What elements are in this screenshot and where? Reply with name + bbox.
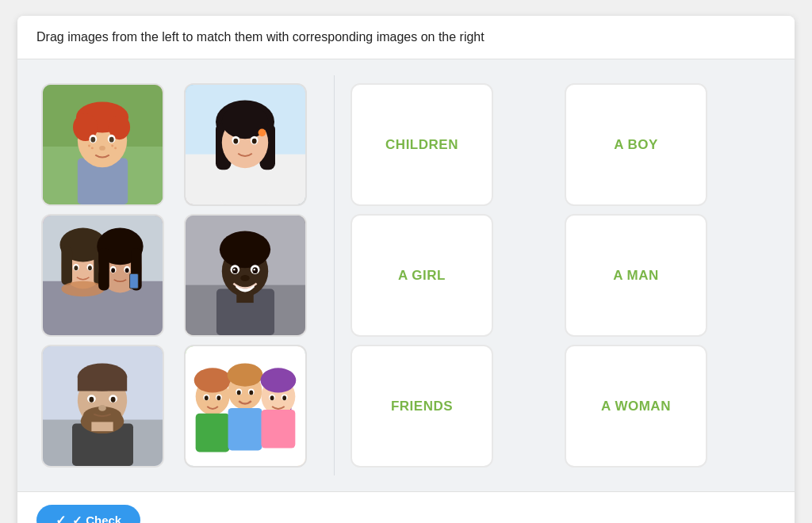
label-a-woman: A WOMAN — [601, 399, 671, 414]
svg-point-13 — [91, 147, 94, 149]
label-a-boy: A BOY — [614, 137, 658, 153]
svg-rect-55 — [236, 291, 253, 303]
svg-point-60 — [233, 269, 235, 270]
svg-point-28 — [251, 139, 256, 144]
svg-point-12 — [88, 145, 90, 147]
svg-rect-72 — [91, 422, 113, 431]
svg-point-24 — [258, 129, 266, 137]
svg-rect-33 — [61, 246, 72, 285]
label-card-friends[interactable]: FRIENDS — [350, 345, 493, 468]
photo-children — [186, 346, 305, 466]
photo-women — [43, 216, 163, 335]
svg-point-11 — [99, 146, 105, 151]
right-panel: CHILDREN A BOY A GIRL A MAN FRIENDS A WO… — [335, 75, 779, 475]
check-button-label: ✓ Check — [72, 513, 121, 524]
svg-point-92 — [249, 391, 253, 395]
svg-point-10 — [109, 137, 114, 143]
svg-point-91 — [236, 391, 240, 395]
photo-boy — [43, 85, 163, 204]
left-panel — [33, 75, 335, 475]
svg-point-15 — [114, 147, 117, 149]
svg-rect-69 — [78, 376, 127, 391]
svg-rect-49 — [130, 274, 138, 288]
svg-point-54 — [219, 231, 270, 268]
svg-point-101 — [282, 395, 286, 400]
svg-point-62 — [240, 275, 250, 281]
svg-point-76 — [111, 397, 116, 403]
check-button[interactable]: ✓ ✓ Check — [36, 505, 140, 523]
svg-point-87 — [227, 363, 262, 386]
svg-rect-88 — [228, 408, 262, 451]
label-card-children[interactable]: CHILDREN — [350, 83, 493, 206]
photo-card-women[interactable] — [41, 214, 164, 337]
svg-point-61 — [253, 269, 255, 270]
svg-point-80 — [193, 368, 231, 392]
svg-point-9 — [90, 137, 95, 143]
svg-rect-81 — [195, 414, 229, 452]
svg-point-39 — [61, 281, 105, 296]
label-card-a-boy[interactable]: A BOY — [565, 83, 707, 206]
label-a-girl: A GIRL — [398, 268, 446, 284]
svg-point-100 — [270, 395, 274, 400]
svg-rect-18 — [221, 162, 268, 204]
svg-point-96 — [260, 368, 296, 392]
svg-rect-97 — [261, 410, 295, 449]
label-children: CHILDREN — [385, 137, 458, 153]
svg-rect-42 — [98, 248, 109, 291]
instruction-text: Drag images from the left to match them … — [36, 30, 485, 44]
photo-card-children[interactable] — [184, 345, 307, 468]
svg-point-85 — [216, 395, 220, 400]
photo-card-man[interactable] — [41, 345, 164, 468]
bottom-bar: ✓ ✓ Check — [17, 491, 795, 523]
svg-point-58 — [232, 267, 237, 273]
svg-point-46 — [111, 268, 115, 273]
svg-point-77 — [98, 405, 106, 411]
content-area: CHILDREN A BOY A GIRL A MAN FRIENDS A WO… — [17, 59, 795, 491]
label-card-a-man[interactable]: A MAN — [565, 214, 707, 337]
label-friends: FRIENDS — [391, 399, 453, 414]
svg-point-37 — [74, 265, 78, 270]
photo-card-blackwoman[interactable] — [184, 214, 307, 337]
photo-blackwoman — [186, 216, 305, 335]
svg-point-14 — [111, 145, 113, 147]
svg-point-27 — [233, 139, 238, 144]
svg-point-75 — [89, 397, 94, 403]
photo-card-girl[interactable] — [184, 83, 307, 206]
photo-girl — [186, 85, 305, 204]
svg-point-84 — [204, 395, 208, 400]
svg-point-47 — [125, 268, 129, 273]
photo-man — [43, 346, 163, 466]
instruction-bar: Drag images from the left to match them … — [17, 16, 795, 59]
svg-point-59 — [252, 267, 258, 273]
label-card-a-woman[interactable]: A WOMAN — [565, 345, 707, 468]
main-container: Drag images from the left to match them … — [17, 16, 795, 523]
label-card-a-girl[interactable]: A GIRL — [350, 214, 493, 337]
svg-point-38 — [88, 265, 92, 270]
label-a-man: A MAN — [613, 268, 659, 284]
checkmark-icon: ✓ — [56, 513, 66, 523]
photo-card-boy[interactable] — [41, 83, 164, 206]
